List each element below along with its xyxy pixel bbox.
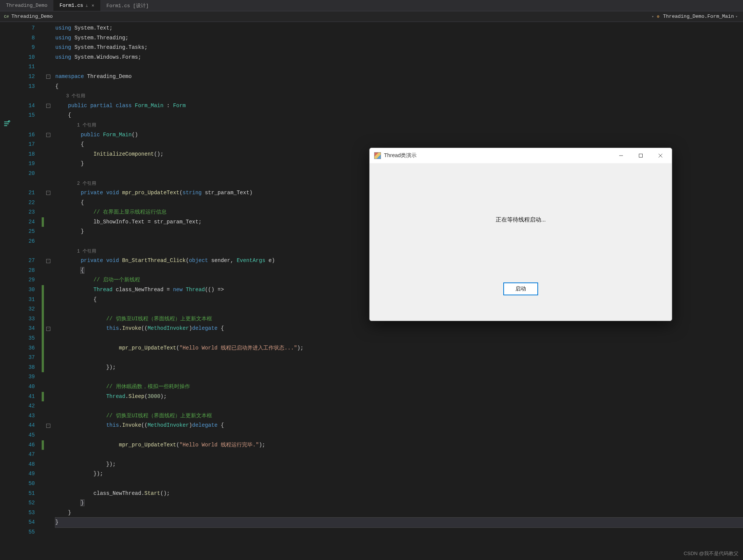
code-line[interactable]: using System.Text; [55,23,743,33]
code-line[interactable] [55,353,743,363]
svg-rect-1 [4,123,9,124]
line-number [15,246,42,256]
fold-toggle[interactable]: - [46,191,50,195]
line-number: 39 [15,372,42,382]
line-number: 10 [15,53,42,62]
svg-rect-4 [639,154,643,158]
line-number [15,179,42,189]
line-number: 35 [15,334,42,343]
line-number: 24 [15,217,42,227]
fold-cell [44,150,52,159]
fold-cell [44,179,52,189]
line-number-gutter[interactable]: 7891011121314151617181920212223242526272… [15,22,42,560]
code-line[interactable] [55,372,743,382]
code-line[interactable]: } [55,508,743,518]
tab-label: Form1.cs [59,3,83,8]
codelens[interactable]: 2 个引用 [55,181,96,186]
line-number: 31 [15,295,42,305]
code-line[interactable] [55,450,743,460]
dialog-body: 正在等待线程启动... 启动 [370,163,672,321]
fold-toggle[interactable]: - [46,327,50,331]
fold-cell [44,431,52,440]
fold-toggle[interactable]: - [46,424,50,428]
code-line[interactable]: }); [55,460,743,470]
line-number [15,91,42,101]
code-line[interactable]: // 用休眠函数，模拟一些耗时操作 [55,382,743,392]
code-line[interactable] [55,527,743,537]
code-line[interactable] [55,334,743,343]
line-number: 18 [15,150,42,159]
code-line[interactable]: using System.Windows.Forms; [55,53,743,62]
breadcrumb-right[interactable]: ⚙ Threading_Demo.Form_Main [656,14,734,19]
code-line[interactable]: public partial class Form_Main : Form [55,101,743,111]
fold-cell [44,372,52,382]
close-icon[interactable]: ✕ [92,3,94,8]
fold-cell [44,343,52,353]
fold-cell [44,140,52,150]
fold-cell [44,266,52,276]
svg-rect-2 [4,125,7,126]
code-line[interactable]: 3 个引用 [55,91,743,101]
line-number: 27 [15,256,42,266]
minimize-button[interactable] [611,148,631,163]
breadcrumb-namespace: Threading_Demo [11,14,53,19]
dialog-titlebar[interactable]: Thread类演示 [370,148,672,163]
line-number: 53 [15,508,42,518]
tab-form1-designer[interactable]: Form1.cs [设计] [100,0,155,11]
line-number: 14 [15,101,42,111]
tab-bar: Threading_Demo Form1.cs ⟂ ✕ Form1.cs [设计… [0,0,743,11]
fold-cell [44,363,52,373]
fold-toggle[interactable]: - [46,259,50,263]
fold-toggle[interactable]: - [46,75,50,79]
code-line[interactable]: mpr_pro_UpdateText("Hello World 线程运行完毕."… [55,440,743,450]
codelens[interactable]: 1 个引用 [55,249,96,254]
fold-cell [44,43,52,53]
code-line[interactable]: Thread.Sleep(3000); [55,392,743,402]
fold-cell [44,62,52,72]
fold-gutter[interactable]: ------- [44,22,52,560]
fold-toggle[interactable]: - [46,104,50,108]
line-number: 44 [15,421,42,431]
tab-threading-demo[interactable]: Threading_Demo [0,0,53,11]
code-line[interactable]: using System.Threading; [55,33,743,43]
code-line[interactable]: namespace Threading_Demo [55,72,743,82]
pin-icon[interactable]: ⟂ [86,3,88,8]
fold-toggle[interactable]: - [46,133,50,137]
code-suggestion-icon[interactable] [4,120,11,127]
code-line[interactable] [55,62,743,72]
close-button[interactable] [651,148,670,163]
fold-cell [44,411,52,421]
code-line[interactable]: using System.Threading.Tasks; [55,43,743,53]
code-line[interactable]: this.Invoke((MethodInvoker)delegate { [55,421,743,431]
code-line[interactable]: 1 个引用 [55,120,743,130]
codelens[interactable]: 1 个引用 [55,123,96,128]
code-line[interactable]: this.Invoke((MethodInvoker)delegate { [55,324,743,334]
code-line[interactable]: { [55,82,743,92]
code-line[interactable]: public Form_Main() [55,130,743,140]
start-button[interactable]: 启动 [503,282,538,295]
code-line[interactable]: // 切换至UI线程（界面线程）上更新文本框 [55,411,743,421]
line-number: 9 [15,43,42,53]
line-number: 26 [15,237,42,246]
breadcrumb-left[interactable]: C# Threading_Demo [4,14,650,19]
line-number: 20 [15,169,42,179]
code-line[interactable]: }); [55,363,743,373]
codelens[interactable]: 3 个引用 [55,94,85,99]
tab-form1-cs[interactable]: Form1.cs ⟂ ✕ [53,0,100,11]
fold-cell [44,275,52,285]
code-line[interactable] [55,479,743,489]
code-line[interactable]: } [55,518,743,527]
code-line[interactable] [55,431,743,440]
code-line[interactable] [55,401,743,411]
code-line[interactable]: mpr_pro_UpdateText("Hello World 线程已启动并进入… [55,343,743,353]
code-line[interactable]: }); [55,469,743,479]
line-number: 47 [15,450,42,460]
code-line[interactable]: class_NewThread.Start(); [55,489,743,499]
maximize-button[interactable] [631,148,651,163]
fold-cell: - [44,130,52,140]
code-line[interactable]: } [55,498,743,508]
breadcrumb-class: Threading_Demo.Form_Main [663,14,734,19]
code-line[interactable]: { [55,111,743,120]
line-number: 8 [15,33,42,43]
fold-cell [44,450,52,460]
